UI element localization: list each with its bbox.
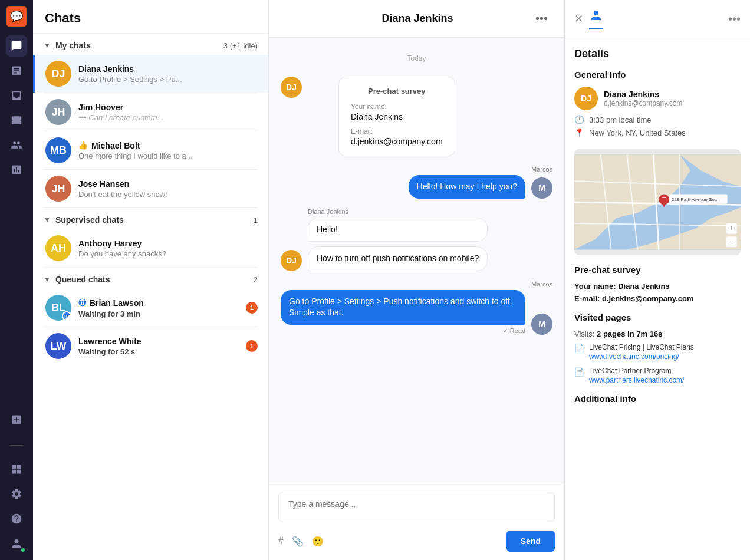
app-logo: 💬	[6, 6, 27, 27]
map-svg: 228 Park Avenue So... + −	[574, 149, 741, 255]
nav-reports-icon[interactable]	[6, 60, 27, 81]
diana-bubbles: Hello! How to turn off push notification…	[308, 218, 488, 271]
page-details-1: LiveChat Partner Program www.partners.li…	[589, 367, 684, 384]
details-more-button[interactable]: •••	[728, 12, 741, 26]
details-panel-header: ✕ •••	[565, 0, 750, 38]
chat-item-michael[interactable]: MB 👍 Michael Bolt One more thing I would…	[33, 131, 268, 169]
survey-card: Pre-chat survey Your name: Diana Jenkins…	[338, 77, 455, 156]
chat-info-diana: Diana Jenkins Go to Profile > Settings >…	[78, 64, 258, 84]
chat-preview-brian: Waiting for 3 min	[78, 309, 246, 318]
chat-info-lawrence: Lawrence White Waiting for 52 s	[78, 337, 246, 356]
svg-text:−: −	[729, 237, 733, 245]
location-row: 📍 New York, NY, United States	[574, 128, 741, 137]
nav-chats-icon[interactable]	[6, 35, 27, 57]
hashtag-icon[interactable]: #	[278, 536, 284, 547]
nav-analytics-icon[interactable]	[6, 159, 27, 180]
location-pin-icon: 📍	[574, 128, 584, 137]
page-title-1: LiveChat Partner Program	[589, 367, 684, 375]
page-icon-0: 📄	[574, 344, 584, 361]
sidebar-title: Chats	[33, 0, 268, 34]
svg-text:+: +	[729, 224, 733, 232]
contact-name: Diana Jenkins	[604, 90, 682, 99]
details-tab-person[interactable]	[589, 8, 603, 29]
chat-header: Diana Jenkins •••	[269, 0, 564, 38]
supervised-chats-chevron-icon: ▼	[44, 216, 51, 224]
visited-pages-label: Visited pages	[574, 312, 741, 322]
messenger-icon: m	[64, 313, 69, 319]
my-chats-section-header[interactable]: ▼ My chats 3 (+1 idle)	[33, 34, 268, 55]
online-indicator	[20, 547, 26, 553]
survey-name-row: Your name: Diana Jenkins	[574, 282, 741, 291]
chat-item-anthony[interactable]: AH Anthony Harvey Do you have any snacks…	[33, 229, 268, 267]
general-info-label: General Info	[574, 70, 741, 80]
contact-email-detail: d.jenkins@company.com	[604, 99, 682, 107]
nav-settings-icon[interactable]	[6, 483, 27, 505]
messenger-badge-icon: ⓜ	[78, 298, 86, 308]
page-url-1[interactable]: www.partners.livechatinc.com/	[589, 376, 684, 384]
diana-msg-avatar: DJ	[281, 250, 302, 271]
queued-chats-chevron-icon: ▼	[44, 275, 51, 284]
chat-preview-jose: Don't eat the yellow snow!	[78, 190, 258, 199]
visited-pages-section: Visited pages Visits: 2 pages in 7m 16s …	[574, 312, 741, 384]
svg-text:228 Park Avenue So...: 228 Park Avenue So...	[672, 197, 719, 202]
survey-email-value: d.jenkins@company.com	[351, 137, 443, 146]
read-status: ✓ Read	[281, 327, 525, 335]
avatar-lawrence: LW	[45, 333, 71, 359]
survey-name-value: Diana Jenkins	[351, 112, 443, 121]
queued-chats-section-header[interactable]: ▼ Queued chats 2	[33, 268, 268, 289]
avatar-brian: BL m	[45, 295, 71, 321]
additional-info-label: Additional info	[574, 394, 741, 404]
emoji-icon[interactable]: 🙂	[312, 536, 324, 547]
queued-chats-count: 2	[254, 275, 258, 284]
attachment-icon[interactable]: 📎	[292, 536, 304, 547]
avatar-michael: MB	[45, 137, 71, 163]
nav-customers-icon[interactable]	[6, 134, 27, 156]
badge-lawrence: 1	[246, 340, 258, 352]
chat-item-lawrence[interactable]: LW Lawrence White Waiting for 52 s 1	[33, 327, 268, 365]
page-url-0[interactable]: www.livechatinc.com/pricing/	[589, 353, 694, 361]
chat-item-diana[interactable]: DJ Diana Jenkins Go to Profile > Setting…	[33, 55, 268, 93]
send-button[interactable]: Send	[506, 531, 555, 552]
chat-info-michael: 👍 Michael Bolt One more thing I would li…	[78, 141, 258, 160]
queued-chats-label: Queued chats	[55, 275, 254, 284]
outgoing-hello-row: Marcos M Hello! How may I help you?	[281, 166, 552, 199]
nav-inbox-icon[interactable]	[6, 85, 27, 106]
marcos-avatar2: M	[531, 314, 552, 335]
outgoing-sender-marcos2: Marcos	[531, 281, 552, 288]
chat-header-title: Diana Jenkins	[304, 12, 531, 25]
chat-item-brian[interactable]: BL m ⓜ Brian Lawson Waiting for 3 min 1	[33, 289, 268, 327]
outgoing-profile-content: M Go to Profile > Settings > Push notifi…	[281, 290, 552, 335]
general-info-section: General Info DJ Diana Jenkins d.jenkins@…	[574, 70, 741, 137]
incoming-diana-content: DJ Hello! How to turn off push notificat…	[281, 218, 488, 271]
marcos-avatar: M	[531, 177, 552, 199]
visits-summary: Visits: 2 pages in 7m 16s	[574, 330, 741, 338]
map-container[interactable]: 228 Park Avenue So... + −	[574, 149, 741, 255]
survey-email-label: E-mail:	[351, 127, 443, 136]
nav-add-icon[interactable]	[6, 409, 27, 430]
avatar-anthony: AH	[45, 235, 71, 261]
sidebar-content: ▼ My chats 3 (+1 idle) DJ Diana Jenkins …	[33, 34, 268, 560]
chat-more-button[interactable]: •••	[531, 9, 552, 28]
page-details-0: LiveChat Pricing | LiveChat Plans www.li…	[589, 343, 694, 361]
message-input[interactable]	[278, 492, 555, 522]
clock-icon: 🕒	[574, 115, 584, 124]
contact-info-row: DJ Diana Jenkins d.jenkins@company.com	[574, 87, 741, 110]
survey-message-row: DJ Pre-chat survey Your name: Diana Jenk…	[281, 77, 552, 156]
nav-user-avatar[interactable]	[6, 533, 27, 554]
chat-item-jose[interactable]: JH Jose Hansen Don't eat the yellow snow…	[33, 170, 268, 207]
chat-item-jim[interactable]: JH Jim Hoover ••• Can I create custom...	[33, 93, 268, 131]
nav-divider: —	[6, 434, 27, 455]
chat-info-brian: ⓜ Brian Lawson Waiting for 3 min	[78, 298, 246, 318]
close-panel-button[interactable]: ✕	[574, 12, 583, 25]
day-label: Today	[281, 54, 552, 62]
my-chats-count: 3 (+1 idle)	[223, 41, 258, 50]
nav-widget-icon[interactable]	[6, 459, 27, 480]
supervised-chats-section-header[interactable]: ▼ Supervised chats 1	[33, 208, 268, 229]
outgoing-hello-bubble: Hello! How may I help you?	[409, 175, 525, 199]
nav-tickets-icon[interactable]	[6, 110, 27, 131]
main-chat-area: Diana Jenkins ••• Today DJ Pre-chat surv…	[269, 0, 564, 560]
contact-name-email: Diana Jenkins d.jenkins@company.com	[604, 90, 682, 107]
nav-help-icon[interactable]	[6, 508, 27, 529]
chat-name-jose: Jose Hansen	[78, 179, 258, 189]
incoming-diana-row: Diana Jenkins DJ Hello! How to turn off …	[281, 208, 552, 271]
